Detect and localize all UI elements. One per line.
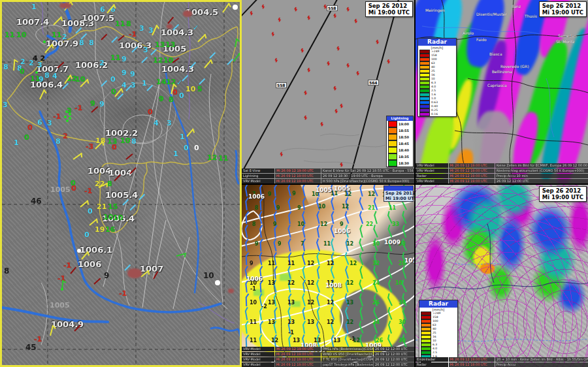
radar-se-time: Mi 19:00 UTC	[542, 194, 583, 200]
station-value: -1	[84, 187, 92, 195]
station-value: 10	[103, 213, 113, 221]
model-wind-barb	[302, 325, 305, 334]
model-wind-barb	[288, 242, 291, 251]
geopotential-label: 558	[327, 5, 338, 11]
status-row: RadarMi 26 09 12 19:00 UTCPrecip Accu 10…	[416, 174, 588, 178]
model-wind-barb	[359, 201, 363, 210]
station-marker	[69, 113, 71, 116]
status-row: VRV-ModelMi 26 09 12 19:00 UTCNiederschl…	[416, 168, 588, 173]
station-value: 9	[159, 95, 164, 103]
model-value: 13	[287, 319, 295, 325]
station-value: 1	[173, 150, 178, 158]
model-wind-barb	[274, 229, 276, 238]
model-value: 11	[323, 241, 331, 247]
status-cell: papST Tendenz hPa [Bodenniveau](COSMO 50…	[321, 362, 373, 367]
station-value: 8	[126, 20, 131, 28]
station-value: 8	[107, 180, 112, 188]
surface-analysis-map[interactable]: 1007.41008.31007.51004.51004.31007.91006…	[0, 0, 242, 367]
model-value: 12	[287, 280, 295, 286]
radar-composite-panel[interactable]: Sep 26 2012 Mi 19:00 UTC Radar [mm/h] >2…	[416, 0, 588, 184]
model-wind-barb	[273, 242, 276, 251]
sat-datetime-box: Sep 26 2012 Mi 19:00 UTC	[365, 1, 413, 17]
model-wind-barb	[259, 215, 262, 224]
model-value: 13	[268, 300, 275, 306]
station-value: 1	[31, 3, 37, 11]
station-value: 4 2	[33, 54, 45, 63]
model-wind-barb	[387, 297, 392, 306]
station-value: 12	[207, 153, 217, 162]
status-cell: 26 09 12 12:00 UTC	[374, 362, 414, 367]
station-marker	[61, 288, 63, 291]
radar-single-panel[interactable]: Sep 26 2012 Mi 19:00 UTC Radar [mm/h] >2…	[416, 185, 588, 367]
model-value: 26	[372, 300, 380, 306]
model-datetime-header	[384, 186, 413, 191]
nwp-model-panel[interactable]: Sep 26 2012 Mi 19:00 UTC VRV-ModelMi 26 …	[242, 185, 414, 367]
satellite-lightning-panel[interactable]: Sep 26 2012 Mi 19:00 UTC Lightning 19:00…	[242, 0, 414, 184]
wind-barb	[13, 60, 15, 71]
graticule-label: 9	[104, 271, 109, 280]
model-wind-barb	[302, 187, 306, 197]
wind-barb	[204, 60, 211, 69]
station-value: 0	[110, 75, 116, 84]
model-wind-barb	[345, 270, 349, 279]
model-wind-barb	[402, 325, 407, 333]
model-value: 30	[399, 300, 406, 306]
status-cell: VRV-Model	[242, 362, 274, 367]
model-value: 9	[278, 241, 282, 247]
status-cell: Mi 26 09 12 19:00 UTC	[449, 174, 495, 178]
station-value: 6	[100, 5, 105, 14]
station-value: 9	[122, 55, 127, 63]
station-value: 4	[154, 119, 159, 127]
radar-se-legend-title: Radar	[419, 300, 457, 308]
status-cell: Precip Accu	[495, 362, 588, 367]
station-value: -1	[129, 30, 137, 39]
model-wind-barb	[402, 215, 406, 224]
station-value: 0	[194, 144, 199, 152]
status-cell: Mi 26 09 12 19:00 UTC	[275, 352, 321, 357]
wind-barb	[62, 83, 69, 89]
graticule-label: 46	[31, 197, 42, 206]
model-value: 30	[399, 319, 406, 325]
station-value: 0	[184, 144, 189, 152]
model-value: 10	[395, 280, 402, 286]
model-wind-barb	[359, 270, 363, 279]
place-label: Faido	[476, 37, 487, 42]
station-marker	[64, 116, 67, 118]
station-value: 8	[169, 95, 174, 104]
station-value: 11	[110, 54, 120, 62]
station-value: -1	[53, 112, 61, 121]
model-wind-barb	[245, 311, 248, 320]
urban-area	[127, 268, 142, 278]
model-wind-barb	[246, 297, 247, 306]
lightning-swatch	[388, 134, 397, 140]
station-value: -1	[74, 104, 82, 112]
graticule-label: 10	[203, 271, 214, 280]
lightning-time: 18:45	[399, 140, 409, 147]
model-wind-barb	[245, 187, 248, 197]
station-value: 3	[143, 46, 148, 54]
legend-swatch	[419, 112, 430, 116]
model-value: 21	[368, 205, 375, 211]
status-cell: Mi 26 09 12 19:00 UTC	[275, 357, 321, 362]
model-value: 12	[307, 280, 314, 286]
model-wind-barb	[260, 283, 262, 293]
station-value: 11	[115, 20, 125, 28]
status-cell: VRV-Model	[416, 163, 448, 168]
model-value: 11	[250, 338, 257, 343]
lightning-legend-row: 18:40	[387, 147, 413, 153]
lightning-swatch	[388, 121, 397, 127]
status-cell: Mi 26 09 12 19:00 UTC	[449, 163, 495, 168]
station-value: ✓	[176, 78, 182, 87]
status-cell: Mi 26 09 12 19:00 UTC	[275, 168, 321, 173]
status-cell: 20 + 10 min - Keine Zellen im Bild - Alb…	[495, 357, 588, 362]
station-value: 5	[197, 85, 203, 93]
model-value: 12	[368, 191, 375, 197]
model-value: 12	[346, 241, 353, 247]
status-cell: 26 09 12 12:00 UTC	[495, 179, 588, 184]
status-cell: WIND VS 950 [Druckflaeche](COSMO 50 K Eu…	[321, 352, 373, 357]
model-wind-barb	[259, 256, 262, 265]
station-plot-layer: 1007.41008.31007.51004.51004.31007.91006…	[2, 2, 240, 365]
lightning-legend-row: 19:00	[387, 121, 413, 127]
wind-barb	[111, 37, 118, 43]
model-value: 12	[353, 338, 360, 343]
